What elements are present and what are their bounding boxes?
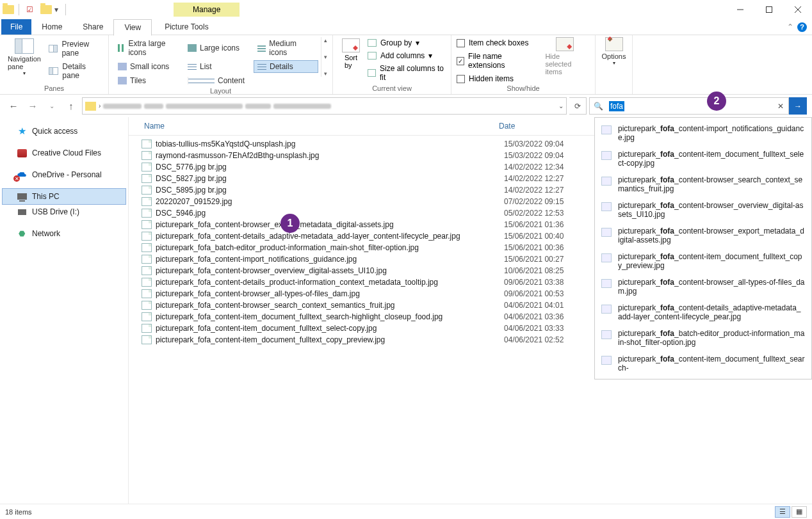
view-thumbnails-icon[interactable]: ▦ xyxy=(792,506,807,518)
search-result-item[interactable]: picturepark_fofa_content-details_adaptiv… xyxy=(595,299,811,325)
search-result-item[interactable]: picturepark_fofa_content-browser_export_… xyxy=(595,223,811,248)
close-button[interactable] xyxy=(783,0,812,19)
search-result-item[interactable]: picturepark_fofa_content-browser_overvie… xyxy=(595,197,811,223)
search-result-item[interactable]: picturepark_fofa_content-browser_all-typ… xyxy=(595,274,811,299)
file-name: picturepark_fofa_batch-editor_product-in… xyxy=(156,243,504,252)
file-date: 15/03/2022 09:04 xyxy=(504,151,600,160)
image-file-icon xyxy=(142,335,152,344)
sidebar-this-pc[interactable]: This PC xyxy=(3,189,126,204)
search-result-item[interactable]: picturepark_fofa_content-item_document_f… xyxy=(595,146,811,172)
file-date: 15/03/2022 09:04 xyxy=(504,140,600,148)
sidebar-usb-drive[interactable]: USB Drive (I:) xyxy=(3,204,126,220)
layout-extra-large[interactable]: Extra large icons xyxy=(114,37,179,59)
file-date: 04/06/2021 03:33 xyxy=(504,324,600,333)
file-name: picturepark_fofa_content-details_product… xyxy=(156,278,504,287)
column-header-name[interactable]: Name xyxy=(129,120,494,132)
ribbon-collapse-icon[interactable]: ⌃ xyxy=(787,22,793,31)
file-name: picturepark_fofa_content-details_adaptiv… xyxy=(156,232,504,241)
onedrive-error-icon: ✕ xyxy=(13,175,20,182)
qat-checkbox-icon[interactable]: ☑ xyxy=(23,3,36,16)
file-name: picturepark_fofa_content-item_document_f… xyxy=(156,312,504,321)
add-columns-button[interactable]: Add columns ▾ xyxy=(368,51,446,60)
sidebar-network[interactable]: ⬣Network xyxy=(3,226,126,241)
file-extensions-toggle[interactable]: ✓File name extensions xyxy=(457,52,535,70)
layout-list[interactable]: List xyxy=(184,60,248,73)
hide-selected-button[interactable]: Hide selected items xyxy=(540,37,590,76)
help-icon[interactable]: ? xyxy=(797,22,807,32)
image-file-icon xyxy=(142,232,152,241)
contextual-tab-manage[interactable]: Manage xyxy=(174,3,240,17)
result-thumbnail-icon xyxy=(601,177,612,186)
search-query[interactable]: fofa xyxy=(609,101,624,111)
qat-dropdown-icon[interactable]: ▾ xyxy=(54,5,63,14)
search-result-item[interactable]: picturepark_fofa_content-item_document_f… xyxy=(595,351,811,376)
tab-share[interactable]: Share xyxy=(72,19,113,35)
breadcrumb-dropdown-icon[interactable]: ⌄ xyxy=(558,102,564,109)
tab-picture-tools[interactable]: Picture Tools xyxy=(154,19,218,35)
sidebar: ★Quick access Creative Cloud Files ✕ One… xyxy=(0,117,128,505)
column-header-date[interactable]: Date xyxy=(494,120,590,132)
recent-dropdown-icon[interactable]: ⌄ xyxy=(44,98,60,115)
layout-scroll-up-icon[interactable]: ▴ xyxy=(324,37,327,44)
image-file-icon xyxy=(142,278,152,287)
result-filename: picturepark_fofa_content-browser_search_… xyxy=(618,175,805,193)
address-bar[interactable]: › ⌄ xyxy=(82,97,567,115)
annotation-badge-2: 2 xyxy=(707,92,726,111)
refresh-button[interactable]: ⟳ xyxy=(569,97,587,115)
result-thumbnail-icon xyxy=(601,125,612,134)
sort-by-button[interactable]: Sort by xyxy=(338,37,364,82)
details-pane-button[interactable]: Details pane xyxy=(49,62,103,80)
layout-scroll-down-icon[interactable]: ▾ xyxy=(324,54,327,60)
layout-small[interactable]: Small icons xyxy=(114,60,179,73)
tab-view[interactable]: View xyxy=(113,19,152,36)
search-clear-button[interactable]: ✕ xyxy=(773,102,788,111)
search-result-item[interactable]: picturepark_fofa_content-import_notifica… xyxy=(595,120,811,146)
tab-home[interactable]: Home xyxy=(31,19,72,35)
search-result-item[interactable]: picturepark_fofa_batch-editor_product-in… xyxy=(595,325,811,351)
layout-medium[interactable]: Medium icons xyxy=(254,37,318,59)
view-details-icon[interactable]: ☰ xyxy=(775,506,790,518)
image-file-icon xyxy=(142,197,152,206)
titlebar: ☑ ▾ Manage xyxy=(0,0,812,19)
file-name: picturepark_fofa_content-browser_search_… xyxy=(156,301,504,310)
forward-button[interactable]: → xyxy=(24,98,41,115)
search-result-item[interactable]: picturepark_fofa_content-item_document_f… xyxy=(595,248,811,274)
result-filename: picturepark_fofa_content-browser_overvie… xyxy=(618,201,805,219)
tab-file[interactable]: File xyxy=(1,19,31,35)
image-file-icon xyxy=(142,186,152,195)
layout-more-icon[interactable]: ▾ xyxy=(324,70,327,77)
group-by-button[interactable]: Group by ▾ xyxy=(368,38,446,47)
options-button[interactable]: Options ▾ xyxy=(601,37,627,66)
minimize-button[interactable] xyxy=(726,0,754,19)
folder-icon xyxy=(40,3,53,16)
file-date: 04/06/2021 03:36 xyxy=(504,312,600,321)
navigation-pane-button[interactable]: Navigation pane ▾ xyxy=(5,37,44,77)
sidebar-creative-cloud[interactable]: Creative Cloud Files xyxy=(3,145,126,161)
hidden-items-toggle[interactable]: Hidden items xyxy=(457,74,535,83)
group-label-show-hide: Show/hide xyxy=(457,84,590,94)
search-go-button[interactable]: → xyxy=(789,97,807,115)
result-filename: picturepark_fofa_content-details_adaptiv… xyxy=(618,303,805,321)
sidebar-onedrive[interactable]: ✕ OneDrive - Personal xyxy=(3,167,126,182)
layout-details[interactable]: Details xyxy=(254,60,318,73)
search-result-item[interactable]: picturepark_fofa_content-browser_search_… xyxy=(595,172,811,197)
back-button[interactable]: ← xyxy=(5,98,22,115)
layout-content[interactable]: Content xyxy=(184,74,248,87)
item-checkboxes-toggle[interactable]: Item check boxes xyxy=(457,38,535,47)
folder-icon xyxy=(2,3,15,16)
file-date: 04/06/2021 04:01 xyxy=(504,301,600,310)
file-name: DSC_5946.jpg xyxy=(156,209,504,218)
up-button[interactable]: ↑ xyxy=(63,98,79,115)
file-name: picturepark_fofa_content-item_document_f… xyxy=(156,324,504,333)
image-file-icon xyxy=(142,243,152,252)
preview-pane-button[interactable]: Preview pane xyxy=(49,40,103,58)
maximize-button[interactable] xyxy=(754,0,783,19)
image-file-icon xyxy=(142,220,152,229)
sidebar-quick-access[interactable]: ★Quick access xyxy=(3,124,126,139)
image-file-icon xyxy=(142,312,152,321)
layout-large[interactable]: Large icons xyxy=(184,37,248,59)
search-box[interactable]: 🔍 fofa ✕ xyxy=(589,97,789,115)
layout-tiles[interactable]: Tiles xyxy=(114,74,179,87)
size-columns-button[interactable]: Size all columns to fit xyxy=(368,64,446,82)
search-icon: 🔍 xyxy=(590,102,606,111)
